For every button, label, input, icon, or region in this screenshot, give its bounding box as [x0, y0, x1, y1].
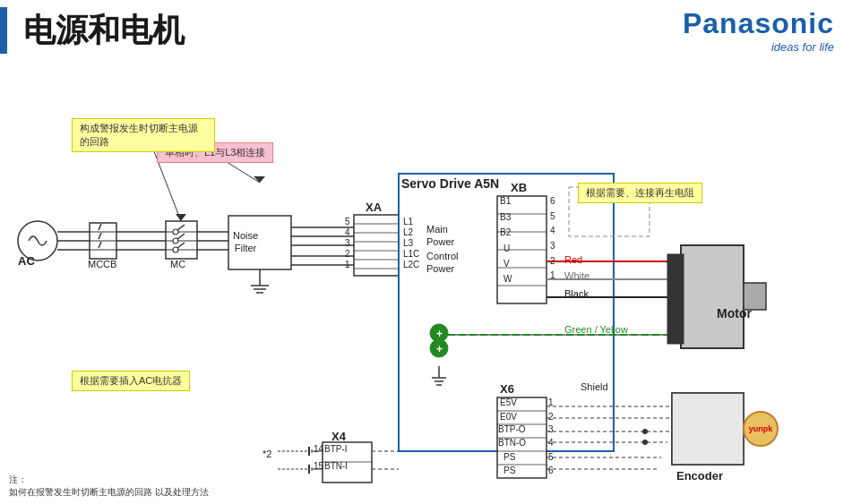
svg-rect-66 [667, 254, 684, 344]
x6-e5v: E5V [500, 397, 517, 407]
xb-b1: B1 [500, 196, 511, 206]
svg-line-100 [224, 160, 260, 183]
diagram-area: + + [0, 57, 852, 500]
xa-num-3: 3 [345, 238, 350, 248]
svg-text:+: + [436, 343, 443, 355]
x6-ps2: PS [503, 466, 515, 475]
page-title: 电源和电机 [23, 9, 185, 53]
label-noise-filter: NoiseFilter [233, 229, 258, 255]
label-shield: Shield [581, 381, 608, 392]
label-servo-drive: Servo Drive A5N [401, 176, 499, 191]
footer-note: 注： 如何在报警发生时切断主电源的回路 以及处理方法 [9, 474, 209, 499]
x6-btno: BTN-O [498, 438, 526, 448]
xb-b3: B3 [500, 212, 511, 222]
x6-num-3: 3 [548, 424, 554, 434]
x6-num-2: 2 [548, 412, 554, 422]
x6-e0v: E0V [500, 412, 517, 422]
header: 电源和电机 Panasonic ideas for life [0, 0, 852, 57]
svg-text:+: + [436, 328, 443, 340]
label-main-power: MainPower [426, 223, 454, 249]
label-mc: MC [170, 259, 185, 269]
label-wire-black: Black [564, 288, 589, 299]
callout-ac-reactor: 根据需要插入AC电抗器 [72, 371, 190, 391]
x6-ps1: PS [503, 452, 515, 462]
xb-v: V [503, 259, 510, 269]
x6-btpo: BTP-O [498, 424, 526, 434]
note-detail: 如何在报警发生时切断主电源的回路 以及处理方法 [9, 487, 209, 497]
x4-num-14: 14 [314, 444, 323, 454]
x4-star2: *2 [262, 448, 271, 459]
label-x6: X6 [500, 382, 514, 396]
label-control-power: ControlPower [426, 250, 458, 276]
xa-l1c: L1C [403, 249, 419, 259]
callout-alarm-circuit: 构成警报发生时切断主电源的回路 [72, 118, 215, 152]
logo-tagline: ideas for life [683, 40, 834, 54]
xb-w: W [503, 274, 512, 284]
x4-num-15: 15 [314, 461, 323, 471]
label-encoder: Encoder [676, 469, 723, 483]
xb-num-3: 3 [550, 241, 555, 251]
title-area: 电源和电机 [0, 7, 185, 54]
label-x4: X4 [331, 430, 346, 443]
xa-num-2: 2 [345, 249, 350, 259]
svg-point-83 [642, 429, 648, 434]
xa-l2c: L2C [403, 260, 419, 269]
xa-num-1: 1 [345, 260, 350, 269]
label-xa: XA [366, 201, 382, 214]
x6-num-5: 5 [548, 452, 554, 462]
label-wire-green-yellow: Green / Yellow [564, 324, 628, 335]
note-label: 注： [9, 474, 27, 484]
xa-l1: L1 [403, 217, 413, 226]
x6-num-6: 6 [548, 466, 554, 475]
label-mccb: MCCB [88, 259, 116, 269]
x6-num-4: 4 [548, 438, 554, 448]
xa-num-5: 5 [345, 217, 350, 226]
logo-area: Panasonic ideas for life [683, 7, 834, 54]
xa-l3: L3 [403, 238, 413, 248]
xb-u: U [503, 243, 510, 253]
xb-num-1: 1 [550, 270, 555, 280]
label-wire-red: Red [564, 254, 582, 265]
xb-b2: B2 [500, 227, 511, 237]
yunpk-watermark: yunpk [743, 411, 779, 447]
x4-btni: BTN-I [324, 461, 348, 471]
xb-num-6: 6 [550, 196, 555, 206]
callout-regenerative: 根据需要、连接再生电阻 [578, 183, 702, 203]
svg-rect-64 [681, 245, 744, 348]
svg-point-84 [642, 440, 648, 445]
xa-num-4: 4 [345, 227, 350, 237]
xa-l2: L2 [403, 227, 413, 237]
label-xb: XB [511, 181, 527, 194]
xb-num-5: 5 [550, 211, 555, 221]
title-bar-decoration [0, 7, 7, 54]
label-ac: AC [18, 254, 35, 268]
label-wire-white: White [564, 270, 590, 281]
label-motor: Motor [717, 306, 752, 320]
svg-rect-86 [672, 393, 744, 465]
svg-marker-103 [176, 214, 186, 221]
panasonic-logo: Panasonic [683, 7, 834, 40]
xb-num-2: 2 [550, 256, 555, 266]
x4-btpi: BTP-I [324, 444, 348, 454]
x6-num-1: 1 [548, 397, 554, 407]
xb-num-4: 4 [550, 226, 555, 235]
